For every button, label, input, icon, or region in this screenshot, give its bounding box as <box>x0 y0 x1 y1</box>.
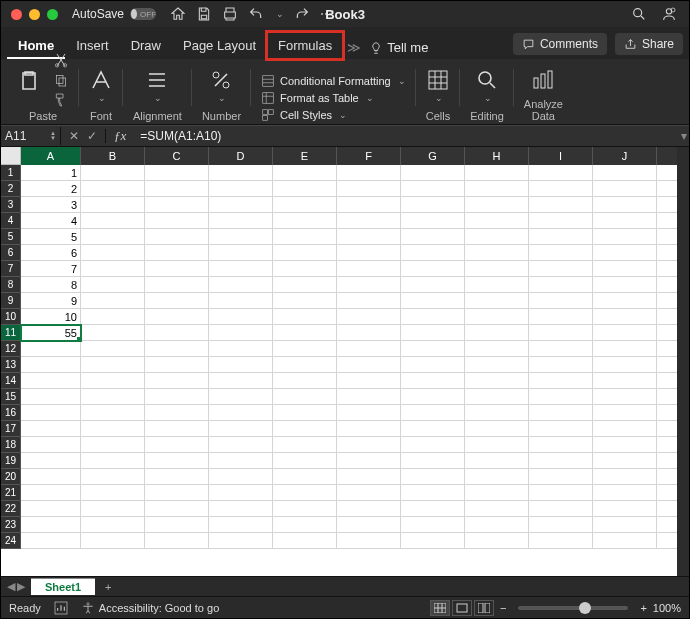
search-icon[interactable] <box>631 6 647 22</box>
view-normal-button[interactable] <box>430 600 450 616</box>
cell[interactable] <box>273 325 337 341</box>
maximize-window-button[interactable] <box>47 9 58 20</box>
cell[interactable] <box>209 533 273 549</box>
cell[interactable] <box>145 261 209 277</box>
cell[interactable] <box>337 165 401 181</box>
formula-input[interactable]: =SUM(A1:A10) <box>134 127 679 145</box>
cell[interactable] <box>273 485 337 501</box>
cell[interactable] <box>209 437 273 453</box>
cell[interactable] <box>145 405 209 421</box>
cell[interactable] <box>21 453 81 469</box>
select-all-corner[interactable] <box>1 147 21 165</box>
cell[interactable] <box>401 325 465 341</box>
cell[interactable] <box>529 293 593 309</box>
cell[interactable] <box>337 293 401 309</box>
cell[interactable] <box>209 197 273 213</box>
cell[interactable] <box>593 229 657 245</box>
accept-formula-icon[interactable]: ✓ <box>87 129 97 143</box>
cell[interactable] <box>209 517 273 533</box>
row-header[interactable]: 16 <box>1 405 21 421</box>
tab-formulas[interactable]: Formulas <box>267 32 343 59</box>
cell[interactable] <box>401 261 465 277</box>
row-header[interactable]: 9 <box>1 293 21 309</box>
column-header[interactable]: J <box>593 147 657 165</box>
cell[interactable] <box>465 373 529 389</box>
cell[interactable] <box>273 213 337 229</box>
cell[interactable] <box>273 405 337 421</box>
sheet-nav-next-icon[interactable]: ▶ <box>17 580 25 593</box>
cell[interactable] <box>337 405 401 421</box>
cell[interactable] <box>465 341 529 357</box>
cell[interactable] <box>209 421 273 437</box>
cell[interactable] <box>145 293 209 309</box>
cell[interactable] <box>593 421 657 437</box>
redo-icon[interactable] <box>294 6 310 22</box>
fx-icon[interactable]: ƒx <box>106 128 134 144</box>
cell[interactable] <box>145 517 209 533</box>
add-sheet-button[interactable]: + <box>95 579 121 595</box>
zoom-out-button[interactable]: − <box>500 602 506 614</box>
cell[interactable] <box>209 277 273 293</box>
cell[interactable] <box>21 533 81 549</box>
cell[interactable] <box>401 517 465 533</box>
cell[interactable] <box>401 485 465 501</box>
undo-icon[interactable] <box>248 6 264 22</box>
row-header[interactable]: 24 <box>1 533 21 549</box>
cell[interactable] <box>401 245 465 261</box>
cell[interactable]: 55 <box>21 325 81 341</box>
cell[interactable] <box>81 165 145 181</box>
cell[interactable]: 6 <box>21 245 81 261</box>
cell[interactable] <box>273 181 337 197</box>
cancel-formula-icon[interactable]: ✕ <box>69 129 79 143</box>
cell[interactable] <box>81 437 145 453</box>
cell[interactable] <box>529 325 593 341</box>
row-header[interactable]: 10 <box>1 309 21 325</box>
cell[interactable] <box>529 533 593 549</box>
cell[interactable] <box>593 197 657 213</box>
spreadsheet-grid[interactable]: ABCDEFGHIJ112233445566778899101011551213… <box>1 147 689 576</box>
cell[interactable] <box>529 357 593 373</box>
cell[interactable] <box>21 341 81 357</box>
cell[interactable] <box>273 517 337 533</box>
cell[interactable] <box>273 373 337 389</box>
cell[interactable] <box>337 341 401 357</box>
cell[interactable] <box>145 485 209 501</box>
cell[interactable] <box>145 197 209 213</box>
autosave-switch[interactable]: OFF <box>130 8 156 20</box>
cell[interactable] <box>81 341 145 357</box>
cell[interactable] <box>273 437 337 453</box>
column-header[interactable]: F <box>337 147 401 165</box>
cell[interactable] <box>209 501 273 517</box>
cell[interactable] <box>593 293 657 309</box>
row-header[interactable]: 7 <box>1 261 21 277</box>
cell[interactable] <box>145 389 209 405</box>
cell[interactable] <box>465 517 529 533</box>
cell[interactable] <box>465 357 529 373</box>
cell[interactable] <box>465 245 529 261</box>
cell[interactable] <box>81 309 145 325</box>
cell[interactable] <box>81 213 145 229</box>
column-header[interactable]: E <box>273 147 337 165</box>
format-painter-icon[interactable] <box>53 92 69 108</box>
row-header[interactable]: 11 <box>1 325 21 341</box>
cell[interactable] <box>337 517 401 533</box>
cell[interactable] <box>209 373 273 389</box>
cell[interactable] <box>81 373 145 389</box>
cell[interactable] <box>593 501 657 517</box>
cell[interactable] <box>401 533 465 549</box>
cell[interactable] <box>337 229 401 245</box>
cell[interactable] <box>209 341 273 357</box>
cell[interactable] <box>401 309 465 325</box>
cell[interactable]: 4 <box>21 213 81 229</box>
cell[interactable] <box>81 517 145 533</box>
column-header[interactable]: D <box>209 147 273 165</box>
cell[interactable] <box>529 213 593 229</box>
cell[interactable] <box>337 213 401 229</box>
cell[interactable] <box>529 517 593 533</box>
cell[interactable] <box>337 181 401 197</box>
cell[interactable] <box>529 485 593 501</box>
row-header[interactable]: 18 <box>1 437 21 453</box>
cell[interactable] <box>401 341 465 357</box>
cell[interactable]: 2 <box>21 181 81 197</box>
cell[interactable] <box>401 437 465 453</box>
